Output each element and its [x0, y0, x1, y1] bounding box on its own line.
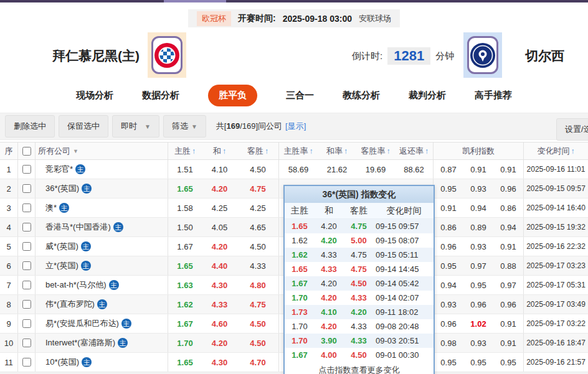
row-checkbox[interactable]	[22, 165, 31, 174]
odds-cell[interactable]: 4.33	[237, 256, 279, 275]
popup-row: 1.654.204.7509-15 09:57	[285, 219, 434, 233]
header-away-win[interactable]: 客胜↑	[237, 143, 279, 159]
tab-5[interactable]: 教练分析	[343, 90, 380, 101]
header-draw-rate[interactable]: 和率↑	[318, 143, 356, 159]
select-all-checkbox[interactable]	[22, 147, 31, 156]
row-checkbox[interactable]	[22, 223, 31, 231]
odds-cell[interactable]: 4.75	[237, 295, 279, 314]
popup-header-time: 变化时间	[374, 203, 434, 218]
odds-cell[interactable]: 1.67	[168, 237, 202, 256]
odds-cell[interactable]: 4.10	[202, 160, 237, 179]
tab-1[interactable]: 现场分析	[76, 90, 113, 101]
keep-selected-button[interactable]: 保留选中	[59, 115, 108, 138]
odds-cell[interactable]: 4.65	[237, 218, 279, 236]
row-checkbox[interactable]	[22, 203, 31, 212]
header-change-time[interactable]: 变化时间↑	[524, 143, 588, 159]
odds-cell[interactable]: 1.70	[168, 334, 202, 352]
odds-cell[interactable]: 4.30	[202, 276, 237, 294]
header-kelly: 凯利指数	[434, 143, 524, 159]
odds-cell[interactable]: 1.62	[168, 295, 202, 314]
chevron-down-icon: ▼	[73, 148, 78, 154]
row-checkbox[interactable]	[22, 281, 31, 289]
popup-row: 1.704.204.3309-14 02:07	[285, 291, 434, 305]
tab-6[interactable]: 裁判分析	[409, 90, 446, 101]
company-cell: 36*(英国)主	[36, 179, 168, 198]
header-home-win[interactable]: 主胜↑	[168, 143, 202, 159]
row-checkbox[interactable]	[22, 242, 31, 251]
odds-cell[interactable]: 4.80	[237, 276, 279, 294]
kelly-cell: 0.95	[493, 353, 524, 372]
home-company-badge: 主	[81, 241, 91, 251]
row-checkbox[interactable]	[22, 300, 31, 309]
delete-selected-button[interactable]: 删除选中	[5, 115, 55, 138]
header-draw[interactable]: 和↑	[202, 143, 237, 159]
row-seq: 1	[0, 160, 18, 179]
settings-select-button[interactable]: 设置/选择	[556, 118, 588, 141]
odds-cell[interactable]: 1.65	[168, 256, 202, 275]
scrollbar-thumb[interactable]	[164, 0, 226, 2]
odds-cell[interactable]: 4.50	[237, 160, 279, 179]
odds-cell[interactable]: 4.50	[237, 314, 279, 333]
header-seq: 序	[0, 143, 18, 159]
odds-cell[interactable]: 4.75	[237, 179, 279, 198]
row-checkbox-cell	[18, 276, 36, 294]
row-checkbox[interactable]	[22, 358, 31, 367]
odds-cell[interactable]: 1.67	[168, 314, 202, 333]
odds-cell[interactable]: 1.58	[168, 199, 202, 217]
odds-cell[interactable]: 4.20	[202, 179, 237, 198]
popup-odds-cell: 1.67	[285, 348, 315, 362]
popup-odds-cell: 3.90	[315, 334, 343, 348]
tab-3[interactable]: 胜平负	[208, 85, 257, 106]
odds-cell[interactable]: 4.25	[202, 199, 237, 217]
odds-cell[interactable]: 1.50	[168, 218, 202, 236]
odds-cell[interactable]: 4.20	[202, 237, 237, 256]
tab-2[interactable]: 数据分析	[142, 90, 179, 101]
kelly-cell: 1.02	[463, 314, 493, 333]
odds-cell[interactable]: 4.30	[202, 353, 237, 372]
odds-cell[interactable]: 4.70	[237, 353, 279, 372]
odds-cell[interactable]: 4.33	[202, 295, 237, 314]
odds-cell[interactable]: 4.05	[202, 218, 237, 236]
odds-cell[interactable]: 4.50	[237, 334, 279, 352]
company-name: 竞彩官*	[45, 164, 73, 175]
popup-time-cell: 09-15 08:07	[374, 233, 434, 248]
countdown-value: 1281	[387, 47, 430, 65]
top-scroll-strip	[0, 0, 588, 2]
company-name: 威*(英国)	[45, 241, 78, 252]
header-home-rate[interactable]: 主胜率↑	[279, 143, 318, 159]
odds-cell[interactable]: 1.65	[168, 353, 202, 372]
sort-asc-icon: ↑	[571, 147, 575, 156]
header-away-rate[interactable]: 客胜率↑	[356, 143, 395, 159]
company-cell: 立*(英国)主	[36, 256, 168, 275]
start-time-value: 2025-09-18 03:00	[283, 14, 352, 24]
popup-row: 1.704.204.3309-08 20:48	[285, 319, 434, 334]
kelly-cell: 0.95	[434, 353, 463, 372]
odds-cell[interactable]: 4.60	[202, 314, 237, 333]
row-checkbox[interactable]	[22, 184, 31, 193]
popup-odds-cell: 1.70	[285, 319, 315, 334]
row-checkbox[interactable]	[22, 261, 31, 270]
odds-cell[interactable]: 4.20	[202, 334, 237, 352]
header-return-rate[interactable]: 返还率↑	[395, 143, 434, 159]
table-header-row: 序 所有公司▼ 主胜↑ 和↑ 客胜↑ 主胜率↑ 和率↑ 客胜率↑ 返还率↑ 凯利…	[0, 142, 588, 160]
live-odds-dropdown[interactable]: 即时▼	[112, 115, 159, 138]
show-link[interactable]: [显示]	[285, 121, 306, 131]
odds-cell[interactable]: 4.40	[202, 256, 237, 275]
tabs: 现场分析数据分析胜平负三合一教练分析裁判分析高手推荐	[0, 83, 588, 108]
kelly-cell: 0.89	[463, 218, 493, 236]
tab-7[interactable]: 高手推荐	[475, 90, 512, 101]
company-cell: 伟*(直布罗陀)主	[36, 295, 168, 314]
tab-4[interactable]: 三合一	[286, 90, 314, 101]
filter-label: 筛选	[172, 121, 188, 131]
odds-cell[interactable]: 1.63	[168, 276, 202, 294]
kelly-cell: 0.95	[463, 353, 493, 372]
odds-cell[interactable]: 4.25	[237, 199, 279, 217]
filter-dropdown[interactable]: 筛选▼	[163, 115, 206, 138]
row-seq: 3	[0, 199, 18, 217]
row-checkbox[interactable]	[22, 319, 31, 328]
row-checkbox[interactable]	[22, 339, 31, 347]
odds-cell[interactable]: 1.65	[168, 179, 202, 198]
odds-cell[interactable]: 1.51	[168, 160, 202, 179]
header-company[interactable]: 所有公司▼	[36, 143, 168, 159]
odds-cell[interactable]: 4.50	[237, 237, 279, 256]
